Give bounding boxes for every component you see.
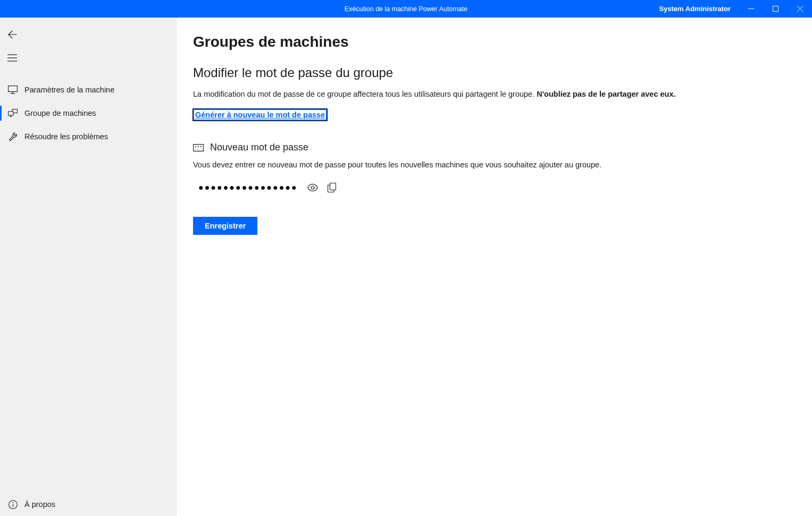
svg-point-21 — [311, 186, 314, 189]
back-arrow-icon — [7, 30, 17, 39]
svg-point-18 — [195, 146, 196, 147]
new-password-header: Nouveau mot de passe — [193, 142, 796, 153]
nav-item-label: Résoudre les problèmes — [24, 132, 108, 141]
window-title: Exécution de la machine Power Automate — [345, 5, 467, 13]
info-icon — [7, 499, 18, 510]
section-title: Modifier le mot de passe du groupe — [193, 65, 796, 80]
svg-point-19 — [198, 146, 199, 147]
eye-icon — [307, 184, 318, 191]
wrench-icon — [7, 131, 18, 142]
new-password-label: Nouveau mot de passe — [210, 142, 308, 153]
maximize-button[interactable] — [763, 0, 788, 18]
minimize-button[interactable] — [739, 0, 763, 18]
nav-item-machine-settings[interactable]: Paramètres de la machine — [0, 78, 177, 101]
svg-rect-11 — [9, 112, 14, 115]
password-row: ●●●●●●●●●●●●●●●● — [193, 183, 796, 192]
reveal-password-button[interactable] — [307, 184, 318, 191]
titlebar-right: System Administrator — [659, 0, 812, 18]
password-field-icon — [193, 144, 204, 151]
svg-rect-7 — [9, 86, 18, 92]
new-password-description: Vous devez entrer ce nouveau mot de pass… — [193, 160, 796, 169]
sidebar-bottom: À propos — [0, 493, 177, 516]
password-value-masked: ●●●●●●●●●●●●●●●● — [193, 183, 298, 192]
sidebar-top: Paramètres de la machine Groupe de machi… — [0, 23, 177, 148]
monitor-icon — [7, 84, 18, 95]
svg-point-15 — [12, 502, 13, 503]
svg-rect-17 — [194, 144, 204, 151]
svg-rect-1 — [773, 6, 778, 12]
section-desc-strong: N'oubliez pas de le partager avec eux. — [537, 90, 675, 98]
page-title: Groupes de machines — [193, 33, 796, 50]
current-user: System Administrator — [659, 5, 731, 13]
nav-item-troubleshoot[interactable]: Résoudre les problèmes — [0, 125, 177, 148]
nav-item-machine-group[interactable]: Groupe de machines — [0, 101, 177, 125]
save-button[interactable]: Enregistrer — [193, 217, 257, 235]
titlebar: Exécution de la machine Power Automate S… — [0, 0, 812, 18]
copy-icon — [328, 183, 336, 192]
close-button[interactable] — [788, 0, 812, 18]
nav-item-label: Groupe de machines — [24, 109, 96, 117]
hamburger-icon — [7, 54, 17, 62]
svg-point-20 — [200, 146, 202, 147]
main-content: Groupes de machines Modifier le mot de p… — [177, 18, 812, 516]
section-description: La modification du mot de passe de ce gr… — [193, 90, 796, 98]
nav-item-label: À propos — [24, 500, 55, 509]
copy-password-button[interactable] — [328, 183, 336, 192]
regenerate-password-link[interactable]: Générer à nouveau le mot de passe — [193, 109, 327, 121]
nav-item-about[interactable]: À propos — [0, 493, 177, 516]
svg-rect-22 — [330, 183, 336, 190]
hamburger-button[interactable] — [0, 46, 177, 70]
section-desc-text: La modification du mot de passe de ce gr… — [193, 90, 537, 98]
machine-group-icon — [7, 108, 18, 119]
nav-item-label: Paramètres de la machine — [24, 86, 114, 94]
sidebar: Paramètres de la machine Groupe de machi… — [0, 18, 177, 516]
body-area: Paramètres de la machine Groupe de machi… — [0, 18, 812, 516]
back-button[interactable] — [0, 23, 177, 46]
